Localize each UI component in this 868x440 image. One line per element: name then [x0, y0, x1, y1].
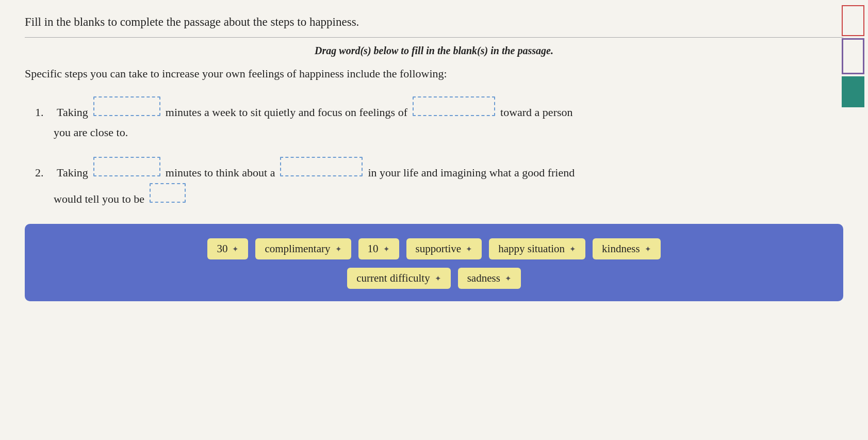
- chip-30[interactable]: 30 ✦: [207, 238, 248, 259]
- word-bank-row-2: current difficulty ✦ sadness ✦: [347, 268, 521, 289]
- intro-text: Specific steps you can take to increase …: [25, 65, 843, 82]
- chip-current-difficulty-icon: ✦: [435, 274, 441, 283]
- item-number-1: 1.: [35, 103, 50, 122]
- chip-10-label: 10: [368, 242, 379, 255]
- chip-complimentary-label: complimentary: [265, 242, 330, 255]
- right-panel: [838, 0, 868, 440]
- chip-sadness-icon: ✦: [505, 274, 512, 283]
- item1-continuation-text: you are close to.: [54, 123, 128, 142]
- drag-instruction: Drag word(s) below to fill in the blank(…: [25, 45, 843, 57]
- chip-10-icon: ✦: [383, 245, 390, 254]
- chip-sadness[interactable]: sadness ✦: [458, 268, 521, 289]
- item1-middle1: minutes a week to sit quietly and focus …: [166, 103, 407, 122]
- item2-before: Taking: [57, 163, 88, 182]
- list-item-row-2: 2. Taking minutes to think about a in yo…: [35, 157, 843, 182]
- item2-continuation-text1: would tell you to be: [54, 189, 144, 208]
- list-item: 1. Taking minutes a week to sit quietly …: [35, 96, 843, 142]
- chip-kindness-label: kindness: [602, 242, 640, 255]
- blank-1-1[interactable]: [93, 96, 160, 116]
- chip-10[interactable]: 10 ✦: [358, 238, 399, 259]
- chip-happy-situation-icon: ✦: [569, 245, 576, 254]
- chip-complimentary-icon: ✦: [335, 245, 342, 254]
- right-panel-box-purple: [842, 38, 864, 74]
- chip-happy-situation-label: happy situation: [498, 242, 565, 255]
- chip-supportive-icon: ✦: [466, 245, 472, 254]
- word-bank: 30 ✦ complimentary ✦ 10 ✦ supportive ✦ h…: [25, 224, 843, 301]
- items-list: 1. Taking minutes a week to sit quietly …: [25, 96, 843, 209]
- list-item-row-1: 1. Taking minutes a week to sit quietly …: [35, 96, 843, 122]
- chip-kindness[interactable]: kindness ✦: [593, 238, 661, 259]
- right-panel-box-teal: [842, 76, 864, 107]
- chip-complimentary[interactable]: complimentary ✦: [255, 238, 351, 259]
- word-bank-row-1: 30 ✦ complimentary ✦ 10 ✦ supportive ✦ h…: [207, 238, 660, 259]
- item1-before: Taking: [57, 103, 88, 122]
- item1-after: toward a person: [500, 103, 573, 122]
- chip-kindness-icon: ✦: [645, 245, 651, 254]
- blank-2-1[interactable]: [93, 157, 160, 176]
- list-item-2: 2. Taking minutes to think about a in yo…: [35, 157, 843, 209]
- chip-supportive-label: supportive: [416, 242, 462, 255]
- blank-2-3[interactable]: [150, 183, 186, 203]
- item2-middle2: in your life and imagining what a good f…: [368, 163, 575, 182]
- blank-1-2[interactable]: [413, 96, 495, 116]
- chip-happy-situation[interactable]: happy situation ✦: [489, 238, 585, 259]
- right-panel-box-red: [842, 5, 864, 36]
- chip-sadness-label: sadness: [467, 272, 500, 285]
- main-content: Fill in the blanks to complete the passa…: [0, 0, 868, 440]
- chip-30-icon: ✦: [232, 245, 239, 254]
- chip-supportive[interactable]: supportive ✦: [406, 238, 482, 259]
- item-number-2: 2.: [35, 163, 50, 182]
- item2-middle1: minutes to think about a: [166, 163, 275, 182]
- divider: [25, 37, 843, 38]
- item2-continuation: would tell you to be: [35, 183, 843, 208]
- chip-current-difficulty-label: current difficulty: [356, 272, 430, 285]
- chip-30-label: 30: [217, 242, 227, 255]
- blank-2-2[interactable]: [280, 157, 363, 176]
- item1-continuation: you are close to.: [35, 123, 843, 142]
- chip-current-difficulty[interactable]: current difficulty ✦: [347, 268, 450, 289]
- page-title: Fill in the blanks to complete the passa…: [25, 14, 843, 30]
